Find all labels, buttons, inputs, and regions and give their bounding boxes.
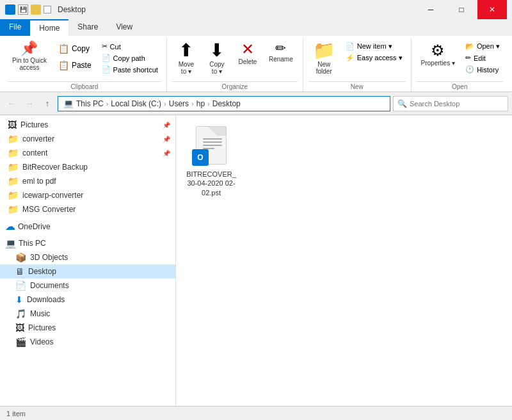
pin-quick-icon[interactable] xyxy=(31,4,41,15)
tab-home[interactable]: Home xyxy=(30,19,68,36)
sidebar-item-label: Pictures xyxy=(28,323,170,332)
save-icon[interactable]: 💾 xyxy=(18,4,28,15)
sidebar: 🖼 Pictures 📌 📁 converter 📌 📁 content 📌 📁… xyxy=(0,115,176,406)
window-controls: ─ □ ✕ xyxy=(416,0,507,19)
history-button[interactable]: 🕐 History xyxy=(462,64,503,75)
folder-icon: 📁 xyxy=(8,176,19,186)
sidebar-item-label: Videos xyxy=(30,337,170,346)
forward-button[interactable]: → xyxy=(22,96,37,111)
paste-shortcut-button[interactable]: 📄 Paste shortcut xyxy=(99,64,161,75)
sidebar-this-pc[interactable]: 💻 This PC xyxy=(0,234,175,250)
dropdown-icon[interactable] xyxy=(44,6,51,13)
edit-icon: ✏ xyxy=(465,54,471,62)
address-bar: ← → ↑ 💻 This PC › Local Disk (C:) › User… xyxy=(0,92,512,115)
onedrive-icon: ☁ xyxy=(5,220,15,232)
copy-path-button[interactable]: 📄 Copy path xyxy=(99,52,161,63)
sidebar-item-label: Desktop xyxy=(28,267,170,276)
sidebar-item-content[interactable]: 📁 content 📌 xyxy=(0,146,175,160)
back-button[interactable]: ← xyxy=(4,96,19,111)
sidebar-item-label: MSG Converter xyxy=(22,205,170,214)
sidebar-item-label: Music xyxy=(30,309,170,318)
3d-objects-icon: 📦 xyxy=(15,252,26,262)
paste-button[interactable]: 📋 Paste xyxy=(54,58,96,73)
copy-button[interactable]: 📋 Copy xyxy=(54,41,96,56)
main-content: 🖼 Pictures 📌 📁 converter 📌 📁 content 📌 📁… xyxy=(0,115,512,406)
sidebar-item-eml-to-pdf[interactable]: 📁 eml to pdf xyxy=(0,174,175,188)
easy-access-button[interactable]: ⚡ Easy access ▾ xyxy=(342,52,406,63)
edit-button[interactable]: ✏ Edit xyxy=(462,52,503,63)
delete-button[interactable]: ✕ Delete xyxy=(234,40,262,67)
sidebar-item-desktop[interactable]: 🖥 Desktop xyxy=(0,264,175,279)
sidebar-item-converter[interactable]: 📁 converter 📌 xyxy=(0,132,175,146)
path-hp: hp xyxy=(196,99,205,108)
open-extra: 📂 Open ▾ ✏ Edit 🕐 History xyxy=(462,40,503,75)
videos-icon: 🎬 xyxy=(15,337,26,347)
sidebar-onedrive[interactable]: ☁ OneDrive xyxy=(0,216,175,234)
cut-button[interactable]: ✂ Cut xyxy=(99,41,161,52)
open-button[interactable]: 📂 Open ▾ xyxy=(462,41,503,52)
sidebar-item-pictures-pc[interactable]: 🖼 Pictures xyxy=(0,321,175,335)
maximize-btn[interactable]: □ xyxy=(447,0,476,19)
search-box[interactable]: 🔍 xyxy=(393,96,508,111)
title-bar: 💾 Desktop ─ □ ✕ xyxy=(0,0,512,19)
sidebar-item-label: BitRecover Backup xyxy=(22,163,170,172)
cut-icon: ✂ xyxy=(102,42,108,51)
sidebar-item-music[interactable]: 🎵 Music xyxy=(0,307,175,321)
sidebar-item-videos[interactable]: 🎬 Videos xyxy=(0,335,175,349)
music-icon: 🎵 xyxy=(15,309,26,319)
close-btn[interactable]: ✕ xyxy=(477,0,507,19)
properties-button[interactable]: ⚙ Properties ▾ xyxy=(417,40,460,69)
search-input[interactable] xyxy=(410,100,504,108)
sidebar-item-downloads[interactable]: ⬇ Downloads xyxy=(0,293,175,307)
downloads-icon: ⬇ xyxy=(15,295,23,305)
sidebar-item-3d-objects[interactable]: 📦 3D Objects xyxy=(0,250,175,264)
new-label: New xyxy=(308,81,406,92)
paste-shortcut-icon: 📄 xyxy=(102,65,111,74)
new-extra: 📄 New item ▾ ⚡ Easy access ▾ xyxy=(342,40,406,63)
sidebar-item-label: Downloads xyxy=(27,295,170,304)
clipboard-extra: ✂ Cut 📄 Copy path 📄 Paste shortcut xyxy=(99,40,161,75)
sidebar-item-documents[interactable]: 📄 Documents xyxy=(0,279,175,293)
tab-view[interactable]: View xyxy=(107,19,141,36)
title-bar-icons: 💾 xyxy=(5,4,51,15)
copy-path-icon: 📄 xyxy=(102,54,111,62)
sidebar-item-msg-converter[interactable]: 📁 MSG Converter xyxy=(0,202,175,216)
pin-icon: 📌 xyxy=(20,42,38,56)
path-computer-icon: 💻 xyxy=(63,99,74,108)
this-pc-label: This PC xyxy=(19,239,46,248)
sidebar-item-bitrecover[interactable]: 📁 BitRecover Backup xyxy=(0,160,175,174)
pst-line xyxy=(203,141,222,143)
search-icon: 🔍 xyxy=(397,99,407,108)
pin-to-quick-access-button[interactable]: 📌 Pin to Quickaccess xyxy=(8,40,51,73)
desktop-icon: 🖥 xyxy=(15,266,24,277)
sidebar-item-label: eml to pdf xyxy=(22,177,170,186)
pst-file-icon: O xyxy=(193,126,229,167)
copy-to-button[interactable]: ⬇ Copyto ▾ xyxy=(203,40,231,77)
copy-paste-group: 📋 Copy 📋 Paste xyxy=(54,40,96,73)
open-label: Open xyxy=(417,81,503,92)
clipboard-group: 📌 Pin to Quickaccess 📋 Copy 📋 Paste ✂ Cu… xyxy=(3,38,167,92)
up-button[interactable]: ↑ xyxy=(40,96,55,111)
path-this-pc: This PC xyxy=(76,99,104,108)
sidebar-item-pictures[interactable]: 🖼 Pictures 📌 xyxy=(0,118,175,132)
rename-button[interactable]: ✏ Rename xyxy=(264,40,298,65)
folder-icon: 📁 xyxy=(8,204,19,214)
path-local-disk: Local Disk (C:) xyxy=(111,99,161,108)
move-to-button[interactable]: ⬆ Moveto ▾ xyxy=(172,40,200,77)
sidebar-item-icewarp[interactable]: 📁 icewarp-converter xyxy=(0,188,175,202)
tab-share[interactable]: Share xyxy=(68,19,107,36)
new-item-button[interactable]: 📄 New item ▾ xyxy=(342,41,406,52)
address-path[interactable]: 💻 This PC › Local Disk (C:) › Users › hp… xyxy=(58,96,390,111)
minimize-btn[interactable]: ─ xyxy=(416,0,445,19)
tab-file[interactable]: File xyxy=(0,19,30,36)
organize-group-content: ⬆ Moveto ▾ ⬇ Copyto ▾ ✕ Delete ✏ Rename xyxy=(172,40,298,80)
sidebar-item-label: Pictures xyxy=(20,120,159,129)
organize-group: ⬆ Moveto ▾ ⬇ Copyto ▾ ✕ Delete ✏ Rename … xyxy=(167,38,303,92)
new-folder-button[interactable]: 📁 Newfolder xyxy=(308,40,340,77)
outlook-badge: O xyxy=(192,149,209,166)
file-name: BITRECOVER_30-04-2020 02-02.pst xyxy=(186,170,237,197)
file-item-pst[interactable]: O BITRECOVER_30-04-2020 02-02.pst xyxy=(182,122,240,202)
copy-to-icon: ⬇ xyxy=(209,42,224,60)
pictures-icon: 🖼 xyxy=(8,120,17,130)
path-sep-1: › xyxy=(106,100,109,108)
